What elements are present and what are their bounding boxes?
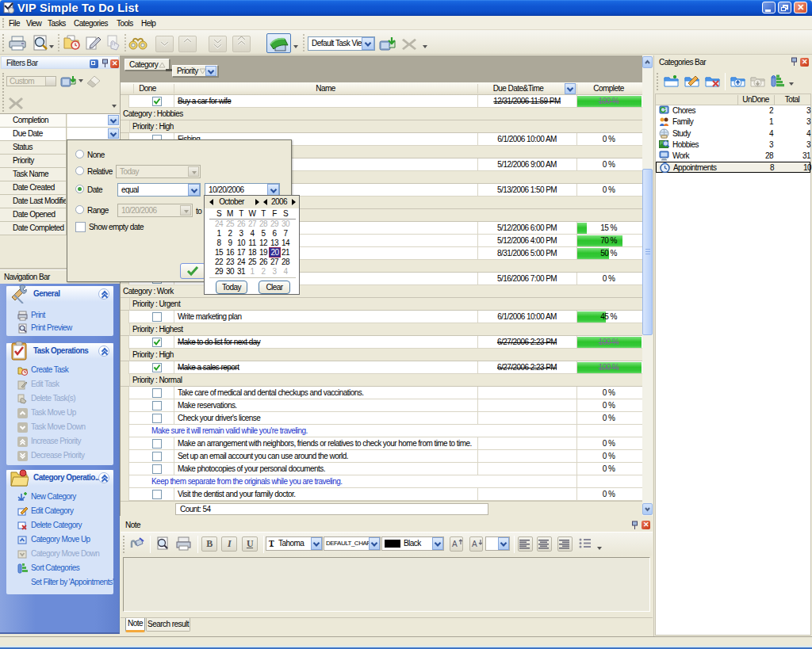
svg-text:A: A: [452, 540, 458, 548]
svg-text:A: A: [472, 540, 477, 548]
